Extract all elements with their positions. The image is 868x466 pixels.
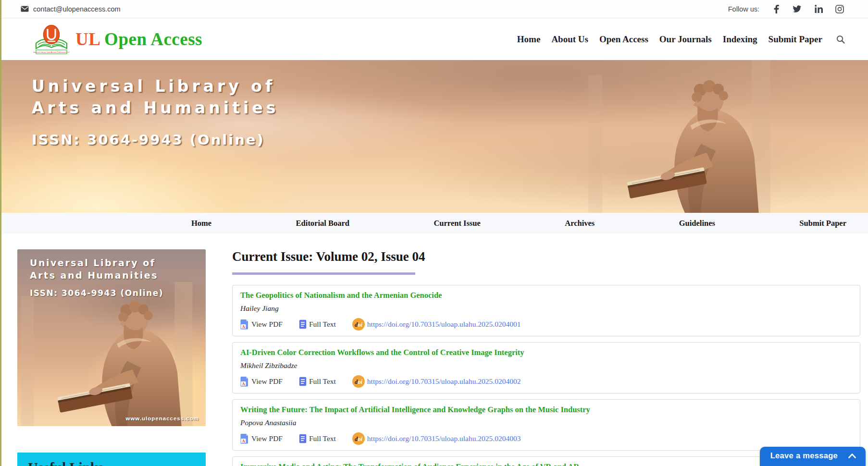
- view-pdf-link[interactable]: View PDF: [240, 376, 283, 387]
- follow-us-block: Follow us:: [728, 5, 844, 13]
- article-links-row: View PDF Full Text https://doi.org/10.70…: [240, 432, 852, 445]
- pdf-icon: [240, 433, 249, 444]
- full-text-label: Full Text: [309, 320, 336, 329]
- envelope-icon: [21, 6, 29, 12]
- article-links-row: View PDF Full Text https://doi.org/10.70…: [240, 318, 852, 331]
- sidebar: Universal Library of Arts and Humanities…: [17, 249, 206, 466]
- full-text-label: Full Text: [309, 377, 336, 386]
- full-text-icon: [299, 377, 307, 386]
- brand-openaccess-text: Open Access: [104, 29, 202, 49]
- cover-title-line1: Universal Library of: [30, 257, 163, 270]
- jnav-editorial-board[interactable]: Editorial Board: [296, 219, 349, 228]
- linkedin-icon[interactable]: [814, 5, 823, 13]
- contact-email-link[interactable]: contact@ulopenaccess.com: [21, 5, 121, 13]
- article-title-link[interactable]: Writing the Future: The Impact of Artifi…: [240, 405, 852, 415]
- article-author: Mikheil Zibzibadze: [240, 361, 852, 370]
- facebook-icon[interactable]: [772, 5, 781, 13]
- doi-link[interactable]: https://doi.org/10.70315/uloap.ulahu.202…: [367, 434, 521, 443]
- article-links-row: View PDF Full Text https://doi.org/10.70…: [240, 375, 852, 388]
- cover-website-url: www.ulopenaccess.com: [125, 416, 199, 421]
- nav-home[interactable]: Home: [517, 34, 541, 45]
- useful-links-heading: Useful Links: [17, 453, 206, 466]
- nav-about-us[interactable]: About Us: [551, 34, 588, 45]
- hero-banner: Universal Library of Arts and Humanities…: [1, 60, 868, 213]
- twitter-icon[interactable]: [793, 5, 802, 13]
- nav-our-journals[interactable]: Our Journals: [659, 34, 712, 45]
- jnav-current-issue[interactable]: Current Issue: [434, 219, 480, 228]
- chat-widget-button[interactable]: Leave a message: [760, 447, 866, 466]
- cover-statue-illustration: [17, 282, 206, 426]
- doi-link-group: https://doi.org/10.70315/uloap.ulahu.202…: [352, 432, 521, 445]
- search-icon[interactable]: [836, 35, 845, 44]
- doi-link-group: https://doi.org/10.70315/uloap.ulahu.202…: [352, 375, 521, 388]
- full-text-link[interactable]: Full Text: [299, 377, 336, 386]
- article-card: AI-Driven Color Correction Workflows and…: [232, 342, 860, 393]
- hero-statue-illustration: [527, 60, 825, 213]
- article-author: Popova Anastasiia: [240, 418, 852, 427]
- doi-icon: [352, 432, 365, 445]
- header-nav: Home About Us Open Access Our Journals I…: [517, 34, 845, 45]
- view-pdf-label: View PDF: [251, 377, 283, 386]
- cover-title-line2: Arts and Humanities: [30, 270, 163, 282]
- full-text-link[interactable]: Full Text: [299, 319, 336, 329]
- view-pdf-label: View PDF: [251, 434, 283, 443]
- article-card: Writing the Future: The Impact of Artifi…: [232, 399, 860, 451]
- view-pdf-link[interactable]: View PDF: [240, 433, 283, 444]
- brand-logo-link[interactable]: Universal Library Open Access Publicatio…: [33, 22, 202, 57]
- hero-text-block: Universal Library of Arts and Humanities…: [32, 76, 279, 148]
- article-author: Hailey Jiang: [240, 304, 852, 313]
- hero-title-line2: Arts and Humanities: [32, 98, 279, 119]
- view-pdf-link[interactable]: View PDF: [240, 319, 283, 330]
- page-title: Current Issue: Volume 02, Issue 04: [232, 249, 860, 264]
- full-text-link[interactable]: Full Text: [299, 434, 336, 443]
- page-body: Universal Library of Arts and Humanities…: [1, 234, 868, 466]
- nav-indexing[interactable]: Indexing: [723, 34, 757, 45]
- page-root: contact@ulopenaccess.com Follow us:: [0, 0, 868, 466]
- chevron-up-icon: [848, 454, 856, 458]
- main-content: Current Issue: Volume 02, Issue 04 The G…: [232, 249, 860, 466]
- site-header: Universal Library Open Access Publicatio…: [1, 18, 868, 60]
- article-title-link[interactable]: AI-Driven Color Correction Workflows and…: [240, 348, 852, 357]
- contact-email-text: contact@ulopenaccess.com: [33, 5, 121, 13]
- article-card: The Geopolitics of Nationalism and the A…: [232, 285, 860, 336]
- logo-caption-text: Universal Library Open Access Publicatio…: [33, 51, 70, 53]
- hero-issn: ISSN: 3064-9943 (Online): [32, 132, 279, 148]
- cover-text-block: Universal Library of Arts and Humanities…: [30, 257, 163, 298]
- full-text-icon: [299, 319, 307, 329]
- view-pdf-label: View PDF: [251, 320, 283, 329]
- full-text-label: Full Text: [309, 434, 336, 443]
- doi-link[interactable]: https://doi.org/10.70315/uloap.ulahu.202…: [367, 320, 521, 329]
- ul-open-access-logo-icon: Universal Library Open Access Publicatio…: [33, 22, 70, 57]
- brand-ul-text: UL: [75, 29, 99, 49]
- doi-icon: [352, 375, 365, 388]
- journal-nav: Home Editorial Board Current Issue Archi…: [1, 213, 868, 234]
- nav-submit-paper[interactable]: Submit Paper: [769, 34, 822, 45]
- heading-underline-bar: [232, 272, 415, 275]
- instagram-icon[interactable]: [835, 5, 844, 13]
- hero-journal-title: Universal Library of Arts and Humanities: [32, 76, 279, 119]
- hero-title-line1: Universal Library of: [32, 76, 279, 98]
- follow-us-label: Follow us:: [728, 5, 759, 13]
- cover-issn: ISSN: 3064-9943 (Online): [30, 288, 163, 298]
- article-title-link[interactable]: The Geopolitics of Nationalism and the A…: [240, 291, 852, 300]
- jnav-submit-paper[interactable]: Submit Paper: [799, 219, 846, 228]
- social-icons-row: [772, 5, 844, 13]
- full-text-icon: [299, 434, 307, 443]
- jnav-archives[interactable]: Archives: [565, 219, 595, 228]
- doi-link[interactable]: https://doi.org/10.70315/uloap.ulahu.202…: [367, 377, 521, 386]
- journal-cover-image: Universal Library of Arts and Humanities…: [17, 249, 206, 426]
- doi-icon: [352, 318, 365, 331]
- topbar: contact@ulopenaccess.com Follow us:: [1, 0, 868, 18]
- nav-open-access[interactable]: Open Access: [599, 34, 648, 45]
- jnav-guidelines[interactable]: Guidelines: [679, 219, 715, 228]
- jnav-home[interactable]: Home: [191, 219, 211, 228]
- brand-wordmark: UL Open Access: [75, 29, 202, 49]
- pdf-icon: [240, 319, 249, 330]
- chat-widget-label: Leave a message: [770, 451, 838, 460]
- doi-link-group: https://doi.org/10.70315/uloap.ulahu.202…: [352, 318, 521, 331]
- cover-journal-title: Universal Library of Arts and Humanities: [30, 257, 163, 282]
- pdf-icon: [240, 376, 249, 387]
